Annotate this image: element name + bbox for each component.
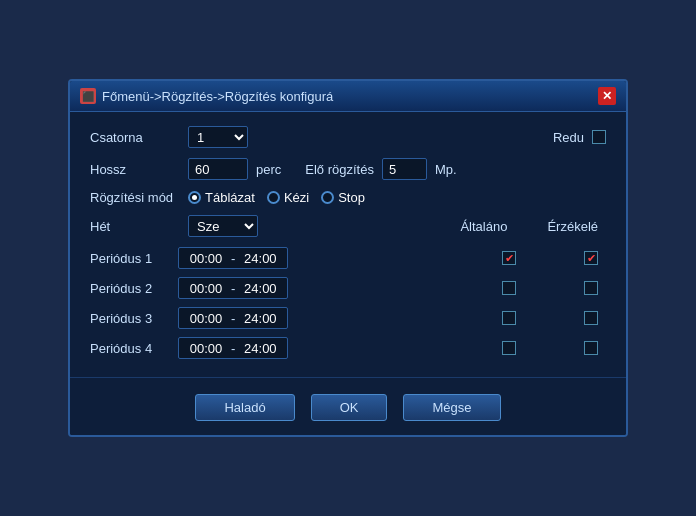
main-dialog: ⬛ Főmenü->Rögzítés->Rögzítés konfigurá ✕… <box>68 79 628 437</box>
elo-rogzites-label: Elő rögzítés <box>305 162 374 177</box>
halado-button[interactable]: Haladó <box>195 394 294 421</box>
mod-tablazat-label: Táblázat <box>205 190 255 205</box>
period-1-label: Periódus 1 <box>90 251 170 266</box>
mod-stop-label: Stop <box>338 190 365 205</box>
period-2-altalano-checkbox[interactable] <box>502 281 516 295</box>
mod-radio-group: Táblázat Kézi Stop <box>188 190 365 205</box>
redu-checkbox[interactable] <box>592 130 606 144</box>
period-2-erzekele-checkbox[interactable] <box>584 281 598 295</box>
period-3-sep: - <box>231 311 235 326</box>
het-label: Hét <box>90 219 180 234</box>
period-row-4: Periódus 4 - <box>90 337 606 359</box>
period-4-altalano-checkbox[interactable] <box>502 341 516 355</box>
periods-container: Periódus 1 - ✔ ✔ Periódus 2 - Periódus 3 <box>90 247 606 359</box>
dialog-icon: ⬛ <box>80 88 96 104</box>
hossz-input[interactable] <box>188 158 248 180</box>
period-2-label: Periódus 2 <box>90 281 170 296</box>
dialog-content: Csatorna 1 2 3 4 Redu Hossz perc Elő rög… <box>70 112 626 377</box>
period-1-end[interactable] <box>239 251 281 266</box>
mod-stop-radio[interactable] <box>321 191 334 204</box>
dialog-title: Főmenü->Rögzítés->Rögzítés konfigurá <box>102 89 333 104</box>
rogzitesi-mod-row: Rögzítési mód Táblázat Kézi Stop <box>90 190 606 205</box>
title-bar: ⬛ Főmenü->Rögzítés->Rögzítés konfigurá ✕ <box>70 81 626 112</box>
period-3-end[interactable] <box>239 311 281 326</box>
period-row-2: Periódus 2 - <box>90 277 606 299</box>
csatorna-row: Csatorna 1 2 3 4 Redu <box>90 126 606 148</box>
period-3-time-range: - <box>178 307 288 329</box>
mod-kezi-label: Kézi <box>284 190 309 205</box>
mod-tablazat-option[interactable]: Táblázat <box>188 190 255 205</box>
mod-stop-option[interactable]: Stop <box>321 190 365 205</box>
period-4-start[interactable] <box>185 341 227 356</box>
period-1-time-range: - <box>178 247 288 269</box>
period-3-start[interactable] <box>185 311 227 326</box>
rogzitesi-mod-label: Rögzítési mód <box>90 190 180 205</box>
period-2-end[interactable] <box>239 281 281 296</box>
period-3-altalano-checkbox[interactable] <box>502 311 516 325</box>
ok-button[interactable]: OK <box>311 394 388 421</box>
period-2-time-range: - <box>178 277 288 299</box>
mod-kezi-option[interactable]: Kézi <box>267 190 309 205</box>
col-erzekele-header: Érzékelé <box>547 219 598 234</box>
close-button[interactable]: ✕ <box>598 87 616 105</box>
csatorna-label: Csatorna <box>90 130 180 145</box>
period-2-sep: - <box>231 281 235 296</box>
mod-kezi-radio[interactable] <box>267 191 280 204</box>
het-select[interactable]: Hé Ke Sze Csü Pé Szo Va <box>188 215 258 237</box>
col-altalano-header: Általáno <box>460 219 507 234</box>
mod-tablazat-radio[interactable] <box>188 191 201 204</box>
period-4-label: Periódus 4 <box>90 341 170 356</box>
period-1-altalano-checkbox[interactable]: ✔ <box>502 251 516 265</box>
elo-rogzites-unit: Mp. <box>435 162 457 177</box>
period-4-time-range: - <box>178 337 288 359</box>
period-1-start[interactable] <box>185 251 227 266</box>
hossz-row: Hossz perc Elő rögzítés Mp. <box>90 158 606 180</box>
megse-button[interactable]: Mégse <box>403 394 500 421</box>
redu-label: Redu <box>553 130 584 145</box>
period-2-start[interactable] <box>185 281 227 296</box>
period-4-sep: - <box>231 341 235 356</box>
period-row-1: Periódus 1 - ✔ ✔ <box>90 247 606 269</box>
csatorna-select[interactable]: 1 2 3 4 <box>188 126 248 148</box>
title-bar-left: ⬛ Főmenü->Rögzítés->Rögzítés konfigurá <box>80 88 333 104</box>
period-row-3: Periódus 3 - <box>90 307 606 329</box>
elo-rogzites-input[interactable] <box>382 158 427 180</box>
period-4-end[interactable] <box>239 341 281 356</box>
period-1-erzekele-checkbox[interactable]: ✔ <box>584 251 598 265</box>
dialog-footer: Haladó OK Mégse <box>70 377 626 435</box>
period-1-sep: - <box>231 251 235 266</box>
het-row: Hét Hé Ke Sze Csü Pé Szo Va Általáno Érz… <box>90 215 606 237</box>
period-4-erzekele-checkbox[interactable] <box>584 341 598 355</box>
hossz-label: Hossz <box>90 162 180 177</box>
hossz-unit: perc <box>256 162 281 177</box>
period-3-erzekele-checkbox[interactable] <box>584 311 598 325</box>
period-3-label: Periódus 3 <box>90 311 170 326</box>
